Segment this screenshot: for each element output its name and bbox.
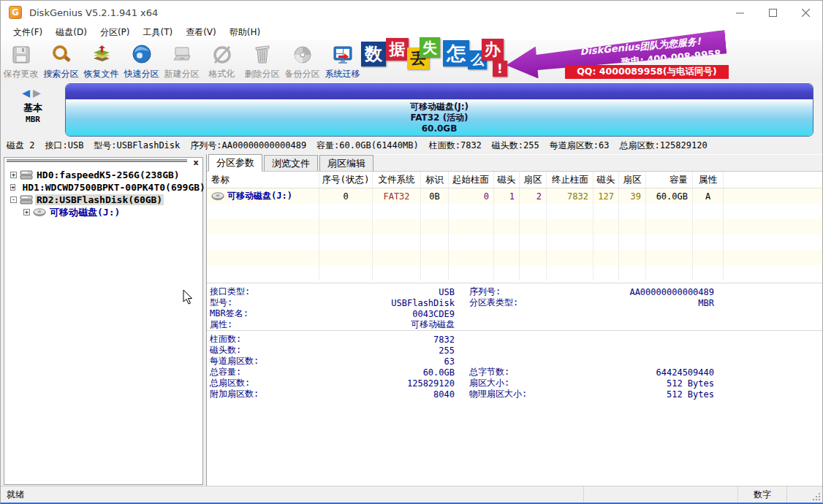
banner-tile: !	[493, 61, 507, 77]
menu-view[interactable]: 查看(V)	[179, 25, 223, 40]
disk-details-identity: 接口类型: USB 序列号: AA00000000000489 型号: USBF…	[210, 286, 819, 329]
app-logo-icon: G	[9, 6, 22, 19]
detail-label: 属性:	[210, 318, 297, 331]
col-capacity: 容量	[646, 172, 693, 188]
expand-icon[interactable]: +	[10, 184, 15, 191]
banner-tile: 办	[482, 39, 504, 61]
resize-grip[interactable]	[812, 492, 821, 501]
col-end-sector: 扇区	[619, 172, 646, 188]
partition-table: 卷标 序号(状态) 文件系统 标识 起始柱面 磁头 扇区 终止柱面 磁头 扇区 …	[207, 172, 822, 280]
mouse-cursor	[183, 289, 193, 305]
menu-help[interactable]: 帮助(H)	[223, 25, 267, 40]
system-migrate-label: 系统迁移	[325, 68, 360, 80]
status-middle	[584, 486, 738, 503]
menu-disk[interactable]: 磁盘(D)	[49, 25, 94, 40]
minimize-button[interactable]	[724, 1, 756, 24]
banner-qq: QQ: 4000089958(与电话同号)	[565, 65, 729, 79]
search-magnifier-icon	[50, 43, 73, 66]
maximize-button[interactable]	[756, 1, 789, 24]
disk-heads: 磁头数:255	[492, 140, 539, 152]
cell-capacity: 60.0GB	[646, 188, 693, 204]
detail-value: 64424509440	[572, 367, 714, 378]
disk-details-geometry: 柱面数: 7832 磁头数: 255 每道扇区数: 63 总容量: 60.0GB	[210, 333, 819, 399]
tab-browse-files[interactable]: 浏览文件	[264, 155, 318, 171]
tree-item-hd1[interactable]: + HD1:WDCWD7500BPKT-00PK4T0(699GB)	[4, 181, 202, 194]
delete-partition-button[interactable]: 删除分区	[242, 40, 282, 81]
partition-block[interactable]: 可移动磁盘(J:) FAT32 (活动) 60.0GB	[66, 99, 813, 136]
quick-partition-button[interactable]: 快速分区	[121, 40, 162, 81]
detail-value: 60.0GB	[297, 367, 455, 378]
banner-tile: 失	[420, 37, 440, 58]
main-area: x + HD0:faspeedK5-256G(238GB) + HD1:WDCW…	[1, 154, 822, 486]
partition-size: 60.0GB	[422, 123, 458, 134]
expand-icon[interactable]: +	[23, 209, 30, 215]
disk-cylinders: 柱面数:7832	[429, 140, 482, 152]
system-migrate-button[interactable]: 系统迁移	[322, 40, 363, 81]
table-empty-row	[207, 265, 822, 280]
col-attribute: 属性	[693, 172, 724, 188]
nav-next-disk-icon[interactable]: ▶	[33, 87, 44, 99]
title-bar: G DiskGenius V5.2.1.941 x64	[1, 1, 822, 24]
backup-partition-button[interactable]: 备份分区	[282, 40, 322, 81]
detail-label: 附加扇区数:	[210, 388, 297, 400]
partition-detail-panel: 分区参数 浏览文件 扇区编辑 卷标 序号(状态) 文件系统 标识 起始柱面 磁头…	[206, 154, 822, 486]
save-changes-button[interactable]: 保存更改	[1, 40, 41, 81]
tree-item-label: HD0:faspeedK5-256G(238GB)	[35, 169, 181, 180]
removable-disk-icon	[20, 195, 33, 205]
cell-start-sector: 2	[520, 188, 547, 204]
menu-tools[interactable]: 工具(T)	[136, 25, 179, 40]
tab-partition-params[interactable]: 分区参数	[208, 154, 262, 172]
banner-tile: 怎	[443, 40, 469, 66]
tree-panel-grip[interactable]	[7, 159, 187, 166]
collapse-icon[interactable]: -	[10, 196, 17, 203]
detail-value: 7832	[297, 335, 455, 345]
recover-files-label: 恢复文件	[84, 68, 119, 80]
cell-start-head: 1	[494, 188, 520, 204]
detail-value: 512 Bytes	[572, 389, 714, 400]
tab-sector-edit[interactable]: 扇区编辑	[319, 155, 373, 171]
menu-file[interactable]: 文件(F)	[7, 25, 49, 40]
tree-item-rd2[interactable]: - RD2:USBFlashDisk(60GB)	[4, 194, 202, 206]
menu-partition[interactable]: 分区(P)	[94, 25, 137, 40]
tree-panel-close-icon[interactable]: x	[191, 159, 200, 167]
format-button[interactable]: 格式化	[202, 40, 242, 81]
detail-value: 125829120	[297, 378, 455, 389]
detail-value: 512 Bytes	[572, 378, 714, 389]
close-button[interactable]	[789, 1, 822, 24]
table-empty-row	[207, 250, 822, 265]
col-end-cylinder: 终止柱面	[547, 172, 593, 188]
cell-file-system: FAT32	[373, 188, 421, 204]
detail-value: 63	[297, 356, 455, 367]
detail-label: 分区表类型:	[469, 297, 572, 309]
disk-capacity: 容量:60.0GB(61440MB)	[316, 140, 419, 152]
nav-prev-disk-icon[interactable]: ◀	[22, 87, 33, 99]
disk-partition-bar[interactable]: 可移动磁盘(J:) FAT32 (活动) 60.0GB	[65, 83, 813, 137]
col-volume: 卷标	[207, 172, 319, 188]
expand-icon[interactable]: +	[10, 172, 17, 178]
ad-banner[interactable]: 数 据 丢 失 怎 么 办 ! DiskGenius团队为您服务! 致电: 40…	[361, 37, 732, 79]
cell-attribute: A	[693, 188, 724, 204]
search-partition-label: 搜索分区	[44, 68, 79, 80]
new-partition-button[interactable]: 新建分区	[162, 40, 202, 81]
new-partition-label: 新建分区	[164, 68, 200, 80]
detail-value: 可移动磁盘	[297, 318, 455, 331]
detail-value: 8040	[297, 389, 455, 400]
tree-item-removable-j[interactable]: + 可移动磁盘(J:)	[4, 206, 202, 218]
detail-value: USBFlashDisk	[297, 298, 455, 308]
hard-disk-icon	[20, 170, 33, 180]
delete-partition-icon	[251, 43, 274, 66]
partition-overview: ◀▶ 基本 MBR 可移动磁盘(J:) FAT32 (活动) 60.0GB	[1, 81, 822, 137]
status-bar: 就绪 数字	[1, 486, 822, 503]
disk-tree-panel: x + HD0:faspeedK5-256G(238GB) + HD1:WDCW…	[4, 157, 203, 485]
tree-item-hd0[interactable]: + HD0:faspeedK5-256G(238GB)	[4, 169, 202, 181]
partition-name: 可移动磁盘(J:)	[410, 102, 469, 112]
quick-partition-icon	[130, 43, 153, 66]
partition-row[interactable]: 可移动磁盘(J:) 0 FAT32 0B 0 1 2 7832 127 39 6…	[207, 188, 822, 204]
detail-label: 物理扇区大小:	[469, 388, 572, 400]
disk-sectors-per-track: 每道扇区数:63	[550, 140, 610, 152]
detail-value: 255	[297, 345, 455, 356]
save-changes-label: 保存更改	[4, 68, 39, 80]
cell-end-sector: 39	[619, 188, 646, 204]
search-partition-button[interactable]: 搜索分区	[41, 40, 81, 81]
recover-files-button[interactable]: 恢复文件	[81, 40, 121, 81]
